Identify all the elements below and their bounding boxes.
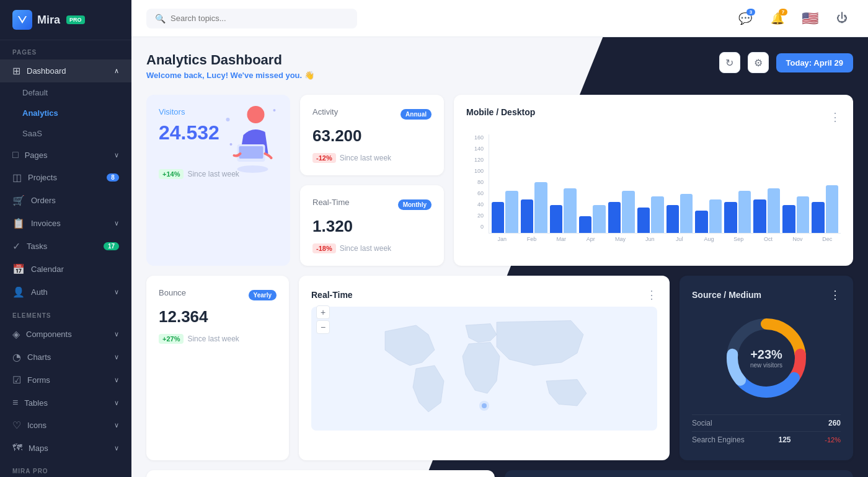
sidebar-item-pages[interactable]: □ Pages ∨ [0, 144, 131, 166]
light-bar [651, 196, 663, 233]
bounce-label: Bounce [159, 288, 186, 297]
map-zoom-out-button[interactable]: − [316, 320, 330, 334]
chevron-down-icon2: ∨ [114, 219, 119, 227]
calendar-icon: 📅 [12, 263, 25, 275]
sidebar-item-tasks[interactable]: ✓ Tasks 17 [0, 235, 131, 258]
tech-stack-card: ⚛ NEXT TS JS [505, 470, 853, 477]
filter-button[interactable]: ⚙ [748, 52, 769, 73]
realtime-change: -18% Since last week [312, 243, 432, 253]
map-controls: + − [316, 305, 330, 334]
bar-group [812, 185, 838, 233]
bar-group [608, 191, 635, 233]
light-bar [709, 199, 722, 233]
bounce-change: +27% Since last week [159, 334, 277, 344]
dark-bar [782, 205, 795, 233]
activity-value: 63.200 [312, 126, 432, 146]
sidebar-item-charts[interactable]: ◔ Charts ∨ [0, 346, 131, 369]
stats-grid: Visitors 24.532 +14% Since last week [146, 95, 444, 266]
language-selector[interactable]: 🇺🇸 [799, 7, 821, 30]
sidebar-item-tables[interactable]: ≡ Tables ∨ [0, 392, 131, 414]
world-map-svg [311, 307, 657, 431]
sidebar-item-saas[interactable]: SaaS [0, 123, 131, 144]
bar-group [550, 188, 577, 234]
map-menu-button[interactable]: ⋮ [646, 288, 657, 302]
refresh-button[interactable]: ↻ [719, 52, 740, 73]
donut-chart: +23% new visitors [692, 312, 841, 405]
main-area: 🔍 💬 3 🔔 7 🇺🇸 ⏻ [131, 0, 868, 477]
map-zoom-in-button[interactable]: + [316, 305, 330, 319]
sidebar-item-maps[interactable]: 🗺 Maps ∨ [0, 437, 131, 459]
light-bar [505, 191, 518, 233]
sidebar-item-pages-label: Pages [25, 151, 48, 160]
pages-icon: □ [12, 149, 19, 160]
svg-point-6 [230, 143, 232, 146]
sidebar-item-forms[interactable]: ☑ Forms ∨ [0, 369, 131, 392]
realtime-change-label: Since last week [340, 244, 391, 253]
sidebar-item-charts-label: Charts [27, 352, 51, 362]
visitors-illustration [214, 101, 285, 175]
chevron-down-icon: ∨ [114, 151, 119, 159]
sidebar-item-analytics[interactable]: Analytics [0, 103, 131, 123]
light-bar [564, 188, 576, 234]
dark-bar [550, 205, 562, 233]
map-title: Real-Time [311, 290, 353, 300]
light-bar [768, 188, 780, 234]
chevron-down-icon5: ∨ [114, 353, 119, 361]
sidebar-item-dashboard[interactable]: ⊞ Dashboard ∧ [0, 59, 131, 82]
dark-bar [637, 208, 650, 233]
bar-group [666, 194, 693, 233]
chevron-down-icon8: ∨ [114, 421, 119, 429]
svg-point-5 [273, 109, 276, 112]
sidebar-item-orders-label: Orders [31, 196, 56, 205]
x-axis-label: Jun [636, 236, 663, 242]
x-axis-label: Oct [755, 236, 782, 242]
sidebar-item-components[interactable]: ◈ Components ∨ [0, 323, 131, 346]
sidebar-item-icons-label: Icons [27, 421, 46, 430]
bar-chart-area: 160140120100806040200 JanFebMarAprMayJun… [466, 134, 841, 242]
source-search-value: 125 [779, 435, 791, 444]
figma-sketch-card: 🎨 💎 [146, 470, 495, 477]
light-bar [593, 205, 605, 233]
sidebar-item-projects[interactable]: ◫ Projects 8 [0, 166, 131, 189]
source-social-value: 260 [828, 419, 841, 427]
svg-point-0 [247, 106, 265, 123]
dashboard-icon: ⊞ [12, 65, 20, 77]
power-button[interactable]: ⏻ [831, 7, 853, 30]
username-text: Lucy [206, 71, 225, 80]
source-menu-button[interactable]: ⋮ [830, 288, 841, 302]
page-subtitle: Welcome back, Lucy! We've missed you. 👋 [146, 71, 314, 80]
realtime-change-badge: -18% [312, 243, 336, 253]
bounce-change-label: Since last week [187, 335, 239, 343]
source-social-label: Social [692, 419, 712, 427]
sidebar-item-orders[interactable]: 🛒 Orders [0, 189, 131, 212]
sidebar-item-default[interactable]: Default [0, 82, 131, 103]
notifications-button[interactable]: 🔔 7 [766, 7, 789, 30]
search-box[interactable]: 🔍 [146, 9, 357, 28]
sidebar-item-auth[interactable]: 👤 Auth ∨ [0, 281, 131, 304]
sidebar-item-invoices[interactable]: 📋 Invoices ∨ [0, 212, 131, 235]
page-title: Analytics Dashboard [146, 52, 314, 68]
donut-percent: +23% [750, 348, 782, 362]
x-axis-label: Apr [577, 236, 604, 242]
realtime-label: Real-Time [312, 198, 349, 207]
light-bar [738, 191, 751, 233]
date-button[interactable]: Today: April 29 [776, 53, 853, 72]
pro-badge: PRO [66, 15, 85, 24]
bar-group [637, 196, 664, 233]
svg-point-8 [479, 401, 489, 411]
sidebar-item-icons[interactable]: ♡ Icons ∨ [0, 414, 131, 437]
topbar: 🔍 💬 3 🔔 7 🇺🇸 ⏻ [131, 0, 868, 37]
tasks-badge: 17 [104, 242, 119, 250]
x-axis-label: May [607, 236, 634, 242]
messages-button[interactable]: 💬 3 [734, 7, 756, 30]
realtime-card: Real-Time Monthly 1.320 -18% Since last … [300, 185, 444, 266]
chart-menu-button[interactable]: ⋮ [830, 110, 841, 124]
sidebar-item-calendar[interactable]: 📅 Calendar [0, 258, 131, 281]
search-input[interactable] [170, 14, 348, 23]
messages-badge: 3 [746, 9, 755, 15]
activity-label: Activity [312, 107, 338, 116]
bounce-header: Bounce Yearly [159, 288, 277, 302]
activity-change-badge: -12% [312, 153, 336, 163]
activity-card: Activity Annual 63.200 -12% Since last w… [300, 95, 444, 175]
svg-rect-2 [239, 146, 264, 159]
